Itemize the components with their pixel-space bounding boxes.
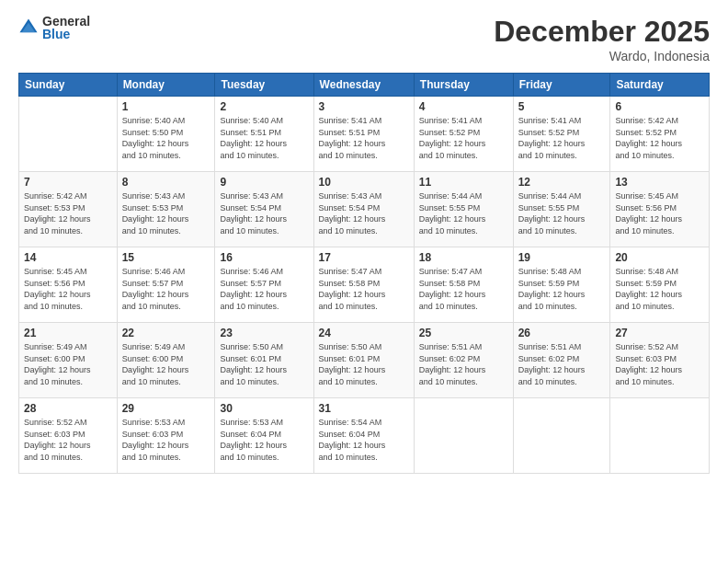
day-number: 3 — [319, 100, 409, 113]
day-info: Sunrise: 5:48 AM Sunset: 5:59 PM Dayligh… — [518, 266, 606, 312]
day-info: Sunrise: 5:44 AM Sunset: 5:55 PM Dayligh… — [518, 190, 606, 236]
day-number: 9 — [220, 176, 308, 189]
calendar-cell — [414, 398, 513, 474]
day-number: 23 — [220, 327, 308, 339]
day-info: Sunrise: 5:54 AM Sunset: 6:04 PM Dayligh… — [319, 417, 409, 463]
header-thursday: Thursday — [414, 74, 513, 97]
day-info: Sunrise: 5:47 AM Sunset: 5:58 PM Dayligh… — [419, 266, 508, 312]
calendar-week-4: 28Sunrise: 5:52 AM Sunset: 6:03 PM Dayli… — [19, 398, 710, 474]
logo-icon — [18, 17, 39, 38]
day-info: Sunrise: 5:40 AM Sunset: 5:50 PM Dayligh… — [122, 115, 210, 161]
page: General Blue December 2025 Wardo, Indone… — [0, 0, 728, 563]
day-info: Sunrise: 5:43 AM Sunset: 5:53 PM Dayligh… — [122, 190, 210, 236]
day-number: 22 — [122, 327, 210, 339]
calendar-cell: 8Sunrise: 5:43 AM Sunset: 5:53 PM Daylig… — [117, 172, 215, 247]
day-number: 26 — [518, 327, 606, 339]
day-number: 5 — [518, 100, 606, 113]
calendar-cell: 4Sunrise: 5:41 AM Sunset: 5:52 PM Daylig… — [414, 97, 513, 172]
logo-text: General Blue — [42, 15, 90, 40]
day-number: 1 — [122, 100, 210, 113]
calendar-cell: 16Sunrise: 5:46 AM Sunset: 5:57 PM Dayli… — [215, 247, 313, 323]
day-info: Sunrise: 5:53 AM Sunset: 6:03 PM Dayligh… — [122, 417, 210, 463]
logo-blue: Blue — [42, 28, 90, 40]
calendar-cell: 30Sunrise: 5:53 AM Sunset: 6:04 PM Dayli… — [215, 398, 313, 474]
calendar-cell: 6Sunrise: 5:42 AM Sunset: 5:52 PM Daylig… — [610, 97, 710, 172]
day-number: 8 — [122, 176, 210, 189]
day-number: 30 — [220, 402, 308, 415]
calendar-week-3: 21Sunrise: 5:49 AM Sunset: 6:00 PM Dayli… — [19, 323, 710, 398]
day-info: Sunrise: 5:41 AM Sunset: 5:52 PM Dayligh… — [518, 115, 606, 161]
calendar-cell — [610, 398, 710, 474]
calendar-cell: 9Sunrise: 5:43 AM Sunset: 5:54 PM Daylig… — [215, 172, 313, 247]
calendar-cell: 29Sunrise: 5:53 AM Sunset: 6:03 PM Dayli… — [117, 398, 215, 474]
calendar-cell — [19, 97, 118, 172]
calendar-cell: 22Sunrise: 5:49 AM Sunset: 6:00 PM Dayli… — [117, 323, 215, 398]
calendar-cell: 19Sunrise: 5:48 AM Sunset: 5:59 PM Dayli… — [513, 247, 610, 323]
calendar-cell: 14Sunrise: 5:45 AM Sunset: 5:56 PM Dayli… — [19, 247, 118, 323]
day-number: 20 — [615, 251, 704, 264]
calendar-cell — [513, 398, 610, 474]
day-info: Sunrise: 5:41 AM Sunset: 5:51 PM Dayligh… — [319, 115, 409, 161]
calendar-week-2: 14Sunrise: 5:45 AM Sunset: 5:56 PM Dayli… — [19, 247, 710, 323]
calendar-cell: 28Sunrise: 5:52 AM Sunset: 6:03 PM Dayli… — [19, 398, 118, 474]
day-info: Sunrise: 5:52 AM Sunset: 6:03 PM Dayligh… — [24, 417, 112, 463]
day-number: 27 — [615, 327, 704, 339]
day-number: 14 — [24, 251, 112, 264]
day-info: Sunrise: 5:42 AM Sunset: 5:52 PM Dayligh… — [615, 115, 704, 161]
day-number: 24 — [319, 327, 409, 339]
calendar-cell: 5Sunrise: 5:41 AM Sunset: 5:52 PM Daylig… — [513, 97, 610, 172]
day-number: 13 — [615, 176, 704, 189]
day-number: 12 — [518, 176, 606, 189]
day-number: 31 — [319, 402, 409, 415]
header-wednesday: Wednesday — [313, 74, 414, 97]
day-info: Sunrise: 5:43 AM Sunset: 5:54 PM Dayligh… — [220, 190, 308, 236]
calendar-cell: 1Sunrise: 5:40 AM Sunset: 5:50 PM Daylig… — [117, 97, 215, 172]
logo: General Blue — [18, 15, 90, 40]
day-info: Sunrise: 5:47 AM Sunset: 5:58 PM Dayligh… — [319, 266, 409, 312]
header-sunday: Sunday — [19, 74, 118, 97]
calendar-title: December 2025 — [494, 15, 710, 49]
day-number: 28 — [24, 402, 112, 415]
day-info: Sunrise: 5:40 AM Sunset: 5:51 PM Dayligh… — [220, 115, 308, 161]
calendar-cell: 12Sunrise: 5:44 AM Sunset: 5:55 PM Dayli… — [513, 172, 610, 247]
day-number: 10 — [319, 176, 409, 189]
day-info: Sunrise: 5:49 AM Sunset: 6:00 PM Dayligh… — [122, 341, 210, 387]
day-number: 4 — [419, 100, 508, 113]
day-number: 25 — [419, 327, 508, 339]
day-number: 11 — [419, 176, 508, 189]
header-friday: Friday — [513, 74, 610, 97]
calendar-week-0: 1Sunrise: 5:40 AM Sunset: 5:50 PM Daylig… — [19, 97, 710, 172]
day-info: Sunrise: 5:53 AM Sunset: 6:04 PM Dayligh… — [220, 417, 308, 463]
day-info: Sunrise: 5:44 AM Sunset: 5:55 PM Dayligh… — [419, 190, 508, 236]
day-number: 21 — [24, 327, 112, 339]
calendar-cell: 25Sunrise: 5:51 AM Sunset: 6:02 PM Dayli… — [414, 323, 513, 398]
day-info: Sunrise: 5:51 AM Sunset: 6:02 PM Dayligh… — [518, 341, 606, 387]
calendar-table: Sunday Monday Tuesday Wednesday Thursday… — [18, 73, 710, 474]
calendar-cell: 18Sunrise: 5:47 AM Sunset: 5:58 PM Dayli… — [414, 247, 513, 323]
day-info: Sunrise: 5:48 AM Sunset: 5:59 PM Dayligh… — [615, 266, 704, 312]
day-info: Sunrise: 5:42 AM Sunset: 5:53 PM Dayligh… — [24, 190, 112, 236]
day-info: Sunrise: 5:50 AM Sunset: 6:01 PM Dayligh… — [220, 341, 308, 387]
calendar-subtitle: Wardo, Indonesia — [494, 49, 710, 63]
day-number: 19 — [518, 251, 606, 264]
calendar-cell: 26Sunrise: 5:51 AM Sunset: 6:02 PM Dayli… — [513, 323, 610, 398]
calendar-cell: 7Sunrise: 5:42 AM Sunset: 5:53 PM Daylig… — [19, 172, 118, 247]
title-block: December 2025 Wardo, Indonesia — [494, 15, 710, 63]
day-info: Sunrise: 5:41 AM Sunset: 5:52 PM Dayligh… — [419, 115, 508, 161]
day-info: Sunrise: 5:51 AM Sunset: 6:02 PM Dayligh… — [419, 341, 508, 387]
day-number: 18 — [419, 251, 508, 264]
calendar-cell: 21Sunrise: 5:49 AM Sunset: 6:00 PM Dayli… — [19, 323, 118, 398]
day-number: 29 — [122, 402, 210, 415]
logo-general: General — [42, 15, 90, 28]
day-info: Sunrise: 5:49 AM Sunset: 6:00 PM Dayligh… — [24, 341, 112, 387]
day-info: Sunrise: 5:50 AM Sunset: 6:01 PM Dayligh… — [319, 341, 409, 387]
calendar-cell: 17Sunrise: 5:47 AM Sunset: 5:58 PM Dayli… — [313, 247, 414, 323]
day-number: 15 — [122, 251, 210, 264]
calendar-cell: 11Sunrise: 5:44 AM Sunset: 5:55 PM Dayli… — [414, 172, 513, 247]
day-info: Sunrise: 5:46 AM Sunset: 5:57 PM Dayligh… — [122, 266, 210, 312]
day-info: Sunrise: 5:45 AM Sunset: 5:56 PM Dayligh… — [24, 266, 112, 312]
day-info: Sunrise: 5:45 AM Sunset: 5:56 PM Dayligh… — [615, 190, 704, 236]
calendar-cell: 31Sunrise: 5:54 AM Sunset: 6:04 PM Dayli… — [313, 398, 414, 474]
day-number: 7 — [24, 176, 112, 189]
calendar-cell: 27Sunrise: 5:52 AM Sunset: 6:03 PM Dayli… — [610, 323, 710, 398]
